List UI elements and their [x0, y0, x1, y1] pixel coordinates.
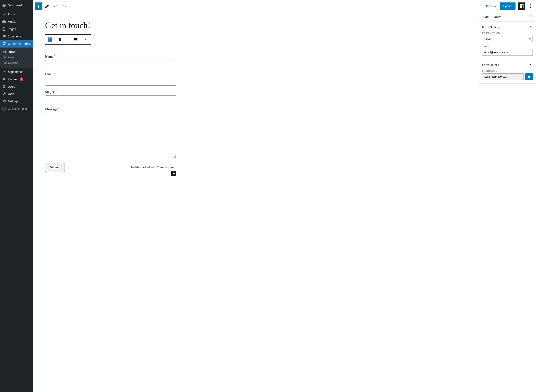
name-field[interactable] — [45, 60, 176, 68]
media-icon — [2, 20, 6, 24]
field-label-subject: Subject* — [45, 90, 176, 94]
chevron-up-icon — [529, 62, 533, 67]
settings-panel: Form Block Form Settings FO — [479, 12, 536, 392]
required-mark-icon: * — [56, 90, 58, 93]
sidebar-label: Dashboard — [8, 4, 22, 7]
sidebar-item-tools[interactable]: Tools — [0, 90, 33, 98]
more-options-button[interactable] — [527, 2, 534, 10]
required-mark-icon: * — [54, 55, 56, 57]
sidebar-label: Tools — [8, 92, 14, 96]
sidebar-item-settings[interactable]: Settings — [0, 98, 33, 105]
submit-button[interactable]: Submit — [45, 163, 65, 172]
svg-point-2 — [530, 6, 531, 7]
sidebar-item-comments[interactable]: Comments — [0, 33, 33, 40]
sidebar-submenu: All Forms Add New Submissions — [0, 47, 33, 68]
form-icon — [2, 42, 6, 46]
settings-tabs: Form Block — [479, 12, 536, 22]
toggle-settings-panel-button[interactable] — [518, 2, 525, 10]
comment-icon — [2, 34, 6, 38]
field-label-email: Email* — [45, 72, 176, 76]
svg-point-8 — [59, 40, 60, 41]
undo-button[interactable] — [52, 2, 59, 10]
form-preview: Name* Email* Subject* Message* — [45, 55, 176, 172]
form-method-select[interactable]: Email — [482, 36, 533, 42]
submenu-item-submissions[interactable]: Submissions — [0, 60, 33, 66]
pages-icon — [2, 27, 6, 31]
pin-icon — [2, 12, 6, 16]
block-align-button[interactable] — [71, 35, 81, 44]
svg-point-6 — [59, 39, 60, 40]
sidebar-item-posts[interactable]: Posts — [0, 11, 33, 18]
sidebar-item-pages[interactable]: Pages — [0, 25, 33, 33]
sidebar-item-users[interactable]: Users — [0, 83, 33, 90]
sidebar-item-media[interactable]: Media — [0, 18, 33, 25]
sidebar-item-dashboard[interactable]: Dashboard — [0, 2, 33, 9]
settings-icon — [2, 99, 6, 103]
add-block-button[interactable] — [35, 2, 42, 10]
sidebar-item-wpzoom-forms[interactable]: WPZOOM Forms — [0, 40, 33, 47]
sidebar-label: Plugins — [8, 78, 17, 81]
close-settings-button[interactable] — [528, 14, 534, 19]
copy-shortcode-button[interactable] — [525, 73, 533, 80]
field-label-message: Message* — [45, 107, 176, 112]
svg-point-12 — [85, 41, 86, 41]
send-to-input[interactable] — [482, 49, 533, 56]
submenu-item-all-forms[interactable]: All Forms — [0, 49, 33, 55]
document-overview-button[interactable] — [69, 2, 77, 10]
block-type-button[interactable] — [45, 35, 55, 44]
svg-point-9 — [61, 40, 61, 41]
form-block-icon — [48, 37, 52, 42]
edit-tools-button[interactable] — [43, 2, 51, 10]
plug-icon — [2, 77, 6, 81]
field-label-name: Name* — [45, 55, 176, 59]
dashboard-icon — [2, 3, 6, 7]
email-field[interactable] — [45, 78, 176, 86]
tab-form[interactable]: Form — [480, 12, 492, 21]
svg-point-11 — [85, 39, 86, 40]
sidebar-label: Media — [8, 20, 16, 23]
svg-point-4 — [59, 38, 60, 39]
message-field[interactable] — [45, 113, 176, 158]
user-icon — [2, 84, 6, 89]
page-title[interactable]: Get in touch! — [45, 20, 466, 30]
required-fields-note: Fields marked with * are required. — [131, 165, 176, 169]
sidebar-label: Posts — [8, 13, 15, 16]
block-drag-handle[interactable] — [55, 35, 65, 44]
panel-toggle-form-settings[interactable]: Form Settings — [482, 25, 533, 29]
collapse-icon — [2, 107, 6, 111]
panel-form-settings: Form Settings FORM METHOD Email — [479, 22, 536, 59]
preview-button[interactable]: Preview — [483, 3, 499, 9]
panel-toggle-form-details[interactable]: Form Details — [482, 62, 533, 67]
block-move-button[interactable] — [65, 35, 71, 44]
label-shortcode: SHORTCODE — [482, 70, 533, 72]
shortcode-input[interactable] — [482, 73, 524, 80]
sidebar-label: Appearance — [8, 70, 23, 74]
subject-field[interactable] — [45, 95, 176, 103]
svg-point-1 — [530, 4, 531, 5]
wrench-icon — [2, 92, 6, 96]
required-mark-icon: * — [54, 72, 56, 75]
sidebar-item-appearance[interactable]: Appearance — [0, 68, 33, 75]
chevron-up-icon — [529, 25, 533, 29]
svg-point-3 — [530, 7, 531, 8]
sidebar-label: WPZOOM Forms — [8, 42, 30, 46]
update-button[interactable]: Update — [500, 2, 516, 10]
sidebar-label: Collapse menu — [8, 107, 27, 110]
redo-button[interactable] — [61, 2, 68, 10]
svg-point-5 — [61, 38, 61, 39]
tab-block[interactable]: Block — [492, 12, 504, 21]
label-form-method: FORM METHOD — [482, 32, 533, 34]
sidebar-item-plugins[interactable]: Plugins 1 — [0, 75, 33, 83]
sidebar-label: Comments — [8, 35, 22, 38]
editor-canvas: Get in touch! — [33, 12, 479, 392]
sidebar-label: Users — [8, 85, 15, 88]
block-more-button[interactable] — [81, 35, 91, 44]
label-send-to: SEND TO — [482, 45, 533, 48]
svg-point-7 — [61, 39, 61, 40]
sidebar-collapse[interactable]: Collapse menu — [0, 105, 33, 112]
sidebar-label: Settings — [8, 100, 18, 103]
append-block-button[interactable] — [171, 171, 176, 176]
submenu-item-add-new[interactable]: Add New — [0, 55, 33, 60]
required-mark-icon: * — [58, 107, 59, 110]
brush-icon — [2, 70, 6, 74]
